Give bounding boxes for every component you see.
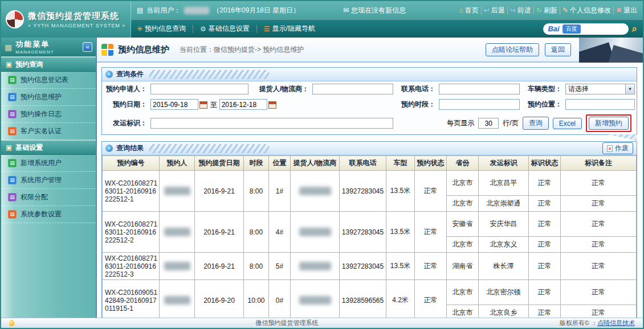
cell-position: 0# bbox=[269, 280, 291, 318]
cell-mark: 北京密尔顿 bbox=[479, 280, 529, 305]
sidebar-section-appointment-query[interactable]: ▣ 预约查询 bbox=[1, 57, 96, 72]
table-row: WX-C20160827163011-20160916222512-2 2016… bbox=[103, 212, 637, 237]
query-results-panel: » 查询结果 ✕ 作废 预约编号 预约人 预约提货日期 时段 bbox=[101, 141, 637, 318]
results-panel-header: » 查询结果 ✕ 作废 bbox=[102, 142, 637, 155]
cell-province: 北京市 bbox=[447, 280, 479, 305]
user-info-bar: ▤ 当前用户： （2016年09月18日 星期日） ✉ 您现在没有新信息 ⌂ 首… bbox=[131, 1, 643, 19]
cell-period: 8:00 bbox=[244, 253, 269, 280]
col-consignee: 提货人/物流商 bbox=[291, 156, 340, 171]
baidu-search-box[interactable]: Bai 百度 bbox=[543, 23, 629, 35]
cell-booker-blurred bbox=[160, 253, 195, 280]
nav-home[interactable]: ⌂ 首页 bbox=[459, 6, 478, 15]
baidu-logo: Bai bbox=[548, 24, 559, 33]
forum-help-button[interactable]: 点睛论坛帮助 bbox=[486, 43, 539, 56]
sidebar-item-realname-auth[interactable]: ▤ 客户实名认证 bbox=[1, 123, 96, 140]
query-panel-title: 查询条件 bbox=[116, 69, 144, 79]
separator bbox=[560, 7, 560, 14]
sidebar-item-info-maintenance[interactable]: ▤ 预约信息维护 bbox=[1, 89, 96, 106]
sidebar-item-permission[interactable]: ▤ 权限分配 bbox=[1, 189, 96, 206]
sidebar-collapse-button[interactable]: « bbox=[83, 42, 92, 52]
col-vehicle: 车型 bbox=[386, 156, 415, 171]
phone-label: 联系电话： bbox=[395, 81, 437, 97]
cell-booking-no: WX-C20160827163011-20160916222512-2 bbox=[103, 212, 160, 253]
cell-province: 北京市 bbox=[447, 305, 479, 318]
date-from-input[interactable] bbox=[150, 99, 198, 110]
cell-province: 北京市 bbox=[447, 196, 479, 212]
cell-status: 正常 bbox=[415, 171, 447, 212]
sidebar-item-operation-log[interactable]: ▤ 预约操作日志 bbox=[1, 106, 96, 123]
cell-consignee-blurred bbox=[291, 253, 340, 280]
page-icon bbox=[101, 44, 113, 56]
cell-pickup-date: 2016-9-21 bbox=[195, 253, 244, 280]
date-to-label: 至 bbox=[210, 101, 217, 109]
app-logo-block: 微信预约提货管理系统 « YYTH MANAGEMENT SYSTEM » bbox=[1, 1, 131, 38]
col-mark-status: 标识状态 bbox=[529, 156, 561, 171]
pagesize-input[interactable] bbox=[478, 118, 499, 129]
phone-input[interactable] bbox=[439, 84, 520, 94]
add-appointment-button[interactable]: 新增预约 bbox=[589, 117, 629, 130]
calendar-icon[interactable] bbox=[199, 101, 207, 109]
query-button[interactable]: 查询 bbox=[523, 117, 549, 130]
sidebar-section-basic-settings[interactable]: ▣ 基础设置 bbox=[1, 140, 96, 155]
breadcrumb: 当前位置：微信预约提货-> 预约信息维护 bbox=[180, 45, 304, 55]
period-input[interactable] bbox=[439, 99, 520, 110]
search-icon[interactable]: ⌕ bbox=[631, 23, 637, 35]
cell-booker-blurred bbox=[160, 280, 195, 318]
date-to-input[interactable] bbox=[219, 99, 267, 110]
date-label: 预约日期： bbox=[102, 97, 149, 112]
results-panel-title: 查询结果 bbox=[116, 143, 144, 153]
nav-forward[interactable]: ↪ 前进 bbox=[510, 6, 531, 15]
top-header: 微信预约提货管理系统 « YYTH MANAGEMENT SYSTEM » ▤ … bbox=[1, 1, 643, 38]
cell-period: 8:00 bbox=[244, 212, 269, 253]
menu-basic-settings[interactable]: ⚙ 基础信息设置 bbox=[200, 24, 250, 34]
cell-mark-note: 正常 bbox=[561, 196, 637, 212]
table-header-row: 预约编号 预约人 预约提货日期 时段 位置 提货人/物流商 联系电话 车型 预约… bbox=[103, 156, 637, 171]
consignee-input[interactable] bbox=[312, 84, 393, 94]
menu-appointment-query[interactable]: ✳ 预约信息查询 bbox=[137, 24, 186, 34]
cell-booker-blurred bbox=[160, 212, 195, 253]
edit-profile-icon: ✎ bbox=[563, 7, 568, 14]
nav-profile-edit[interactable]: ✎ 个人信息修改 bbox=[563, 6, 611, 15]
gear-icon: ⚙ bbox=[200, 26, 206, 32]
cell-vehicle: 4.2米 bbox=[386, 280, 415, 318]
sidebar-item-user-management[interactable]: ▤ 系统用户管理 bbox=[1, 172, 96, 189]
cell-province: 北京市 bbox=[447, 237, 479, 253]
nav-logout[interactable]: ✖ 退出 bbox=[616, 6, 637, 15]
cell-status: 正常 bbox=[415, 253, 447, 280]
nav-refresh[interactable]: ↻ 刷新 bbox=[536, 6, 557, 15]
cell-mark-status: 正常 bbox=[529, 212, 561, 237]
cell-province: 安徽省 bbox=[447, 212, 479, 237]
cell-phone: 13927283045 bbox=[340, 212, 386, 253]
message-notice[interactable]: ✉ 您现在没有新信息 bbox=[343, 6, 406, 15]
cell-mark-status: 正常 bbox=[529, 171, 561, 196]
sidebar-item-add-user[interactable]: ▤ 新增系统用户 bbox=[1, 155, 96, 172]
nav-back[interactable]: ↩ 后退 bbox=[484, 6, 505, 15]
footer: 微信预约提货管理系统 版权所有© ：点睛信息技术 bbox=[1, 318, 643, 328]
sidebar-subtitle: MANAGEMENT bbox=[15, 50, 54, 55]
cell-mark: 北京东义 bbox=[479, 237, 529, 253]
cell-mark-note: 正常 bbox=[561, 253, 637, 280]
menu-toggle-nav[interactable]: ☰ 显示/隐藏导航 bbox=[264, 24, 315, 34]
shipping-mark-input[interactable] bbox=[150, 118, 393, 129]
sidebar-title: 功能菜单 bbox=[15, 39, 54, 50]
position-input[interactable] bbox=[565, 99, 635, 110]
calendar-icon[interactable] bbox=[268, 101, 276, 109]
results-table: 预约编号 预约人 预约提货日期 时段 位置 提货人/物流商 联系电话 车型 预约… bbox=[102, 155, 637, 318]
sidebar-header: ▦ 功能菜单 MANAGEMENT « bbox=[1, 38, 96, 57]
period-label: 预约时段： bbox=[395, 97, 437, 112]
log-icon: ▤ bbox=[8, 110, 17, 118]
sidebar-item-system-params[interactable]: ▤ 系统参数设置 bbox=[1, 206, 96, 223]
sidebar: ▦ 功能菜单 MANAGEMENT « ▣ 预约查询 ▤ 预约信息登记表 ▤ 预… bbox=[1, 38, 96, 318]
sidebar-item-registration-form[interactable]: ▤ 预约信息登记表 bbox=[1, 72, 96, 89]
separator bbox=[256, 25, 257, 32]
return-button[interactable]: 返回 bbox=[545, 43, 571, 56]
void-button[interactable]: ✕ 作废 bbox=[602, 142, 633, 154]
copyright-link[interactable]: 点睛信息技术 bbox=[597, 319, 635, 326]
cell-period: 8:00 bbox=[244, 171, 269, 212]
pinwheel-icon: ✳ bbox=[137, 26, 142, 32]
cell-consignee-blurred bbox=[291, 280, 340, 318]
applicant-input[interactable] bbox=[150, 84, 248, 94]
excel-button[interactable]: Excel bbox=[553, 118, 582, 129]
vehicle-type-select[interactable]: 请选择 ▼ bbox=[565, 84, 635, 94]
cell-mark-note: 正常 bbox=[561, 305, 637, 318]
